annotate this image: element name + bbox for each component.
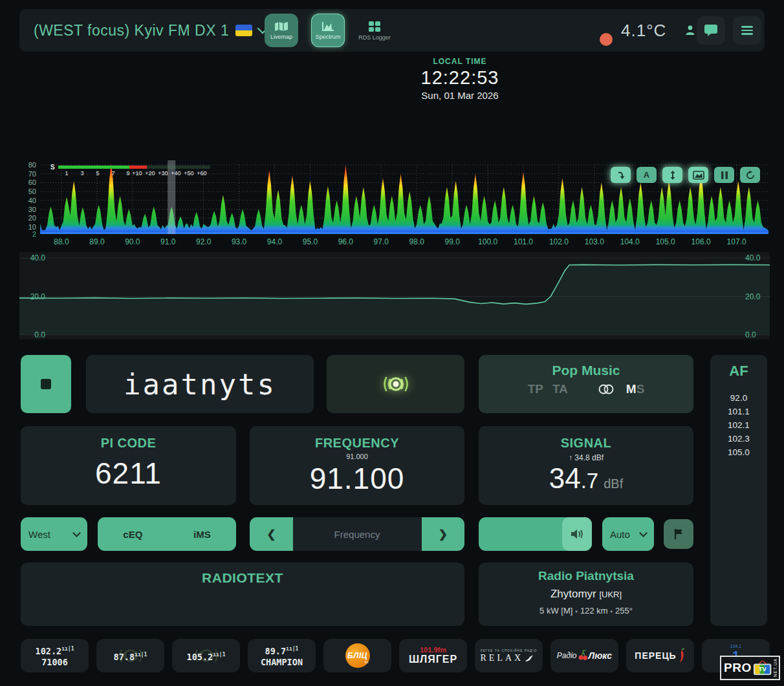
svg-text:103.0: 103.0 bbox=[585, 237, 604, 246]
local-time-label: LOCAL TIME bbox=[421, 57, 499, 66]
nav-spectrum-label: Spectrum bbox=[316, 34, 341, 40]
temperature: 4.1°C bbox=[621, 9, 666, 52]
spectrum-analyzer: 2102030405060708088.089.090.091.092.093.… bbox=[19, 160, 770, 251]
svg-text:30: 30 bbox=[28, 206, 36, 213]
svg-text:20: 20 bbox=[28, 214, 36, 222]
volume-knob[interactable] bbox=[562, 517, 592, 551]
ceq-button[interactable]: cEQ bbox=[123, 529, 142, 540]
preset-button-blits[interactable]: БЛІЦ fm bbox=[323, 639, 391, 672]
spectrum-refresh-button[interactable] bbox=[740, 167, 760, 183]
preset-button-relax[interactable]: ЛЕГКЕ ТА СПОКІЙНЕ РАДІО RELAX bbox=[475, 639, 543, 672]
antenna-select[interactable]: West bbox=[21, 517, 87, 551]
nav-spectrum-button[interactable]: Spectrum bbox=[311, 14, 345, 47]
antenna-select-value: West bbox=[28, 529, 50, 540]
preset-button-1[interactable]: 102.2ıı|1 71006 bbox=[21, 639, 89, 672]
perets-logo: ПЕРЕЦЬ bbox=[635, 648, 685, 663]
af-item[interactable]: 102.3 bbox=[710, 432, 767, 445]
af-item[interactable]: 101.1 bbox=[710, 405, 767, 418]
preset-button-perets[interactable]: ПЕРЕЦЬ bbox=[626, 639, 694, 672]
pause-icon bbox=[721, 171, 728, 180]
svg-text:91.0: 91.0 bbox=[160, 237, 176, 246]
pi-code-value: 6211 bbox=[21, 456, 236, 491]
spectrum-toolbar: A bbox=[611, 167, 760, 183]
s-meter-label: S bbox=[50, 164, 55, 171]
preset-button-2[interactable]: 87.8ıı|1 bbox=[96, 639, 164, 672]
stereo-indicator-panel[interactable] bbox=[327, 355, 464, 413]
nav-rds-logger-button[interactable]: RDS Logger bbox=[358, 14, 391, 47]
tune-up-button[interactable]: ❯ bbox=[422, 517, 465, 551]
s-meter-level bbox=[58, 166, 129, 169]
chat-bubble-icon bbox=[704, 24, 718, 37]
af-item[interactable]: 102.1 bbox=[710, 418, 767, 432]
flag-icon bbox=[673, 528, 684, 540]
spectrum-autoscale-button[interactable]: A bbox=[637, 167, 657, 183]
ta-flag: TA bbox=[552, 382, 568, 396]
ims-button[interactable]: iMS bbox=[193, 529, 211, 540]
af-item[interactable]: 92.0 bbox=[710, 391, 767, 405]
spectrum-pause-button[interactable] bbox=[714, 167, 734, 183]
s-meter-tick: +10 bbox=[132, 170, 142, 177]
svg-text:95.0: 95.0 bbox=[303, 237, 318, 246]
af-item[interactable]: 105.0 bbox=[710, 445, 767, 459]
preset-button-radio-lux[interactable]: Радіо Люкс bbox=[550, 639, 618, 672]
svg-text:97.0: 97.0 bbox=[374, 237, 389, 246]
radiotext-panel: RADIOTEXT bbox=[21, 563, 464, 626]
cherries-icon bbox=[578, 650, 588, 661]
spectrum-peak-hold-button[interactable] bbox=[611, 167, 631, 183]
menu-button[interactable] bbox=[733, 16, 761, 45]
s-meter-tick: 5 bbox=[96, 170, 99, 177]
letter-a-icon: A bbox=[644, 170, 649, 180]
spectrum-fit-vertical-button[interactable] bbox=[662, 167, 682, 183]
s-meter-tick: +60 bbox=[197, 170, 206, 177]
svg-text:92.0: 92.0 bbox=[196, 237, 212, 246]
station-name[interactable]: Radio Piatnytsia bbox=[479, 569, 693, 583]
scan-mode-select[interactable]: Auto bbox=[602, 517, 654, 551]
svg-text:20.0: 20.0 bbox=[745, 292, 761, 301]
volume-slider[interactable] bbox=[479, 517, 592, 551]
antenna-indicator: ıı|1 bbox=[135, 652, 147, 658]
svg-text:106.0: 106.0 bbox=[691, 237, 711, 246]
preset-button-3[interactable]: 105.2ıı|1 bbox=[172, 639, 240, 672]
svg-text:TV: TV bbox=[758, 666, 767, 672]
report-flag-button[interactable] bbox=[664, 519, 693, 549]
preset-button-4[interactable]: 89.7ıı|1 CHAMPION bbox=[248, 639, 316, 672]
hamburger-icon bbox=[741, 24, 753, 37]
svg-text:102.0: 102.0 bbox=[549, 237, 569, 246]
speaker-icon bbox=[571, 528, 583, 540]
svg-text:0.0: 0.0 bbox=[745, 330, 756, 339]
server-selector[interactable]: (WEST focus) Kyiv FM DX 1 bbox=[34, 9, 267, 52]
station-info-panel: Radio Piatnytsia Zhytomyr [UKR] 5 kW [M]… bbox=[479, 563, 693, 626]
local-time-block: LOCAL TIME 12:22:53 Sun, 01 Mar 2026 bbox=[421, 57, 499, 101]
svg-text:89.0: 89.0 bbox=[89, 237, 105, 246]
chat-button[interactable] bbox=[697, 16, 725, 45]
pepper-icon bbox=[678, 648, 686, 663]
signal-panel: SIGNAL ↑ 34.8 dBf 34.7dBf bbox=[479, 426, 693, 505]
svg-text:104.0: 104.0 bbox=[620, 237, 640, 246]
svg-text:20.0: 20.0 bbox=[30, 292, 46, 301]
frequency-input[interactable] bbox=[293, 517, 422, 551]
signal-header: SIGNAL bbox=[479, 436, 693, 451]
svg-text:0.0: 0.0 bbox=[34, 330, 45, 339]
bird-icon bbox=[525, 654, 534, 662]
preset-button-shlyager[interactable]: 101.9fm ШЛЯГЕР bbox=[399, 639, 467, 672]
spectrum-graph-style-button[interactable] bbox=[688, 167, 708, 183]
stereo-circles-icon bbox=[595, 383, 617, 396]
audio-stop-button[interactable] bbox=[21, 355, 71, 413]
svg-text:93.0: 93.0 bbox=[232, 237, 247, 246]
fmdx-webserver-app: (WEST focus) Kyiv FM DX 1 Livemap Spectr… bbox=[0, 0, 784, 686]
chevron-down-icon bbox=[639, 529, 648, 537]
s-meter-tick: 1 bbox=[65, 170, 68, 177]
station-country: [UKR] bbox=[599, 590, 622, 599]
station-location: Zhytomyr [UKR] bbox=[479, 588, 693, 601]
top-bar: (WEST focus) Kyiv FM DX 1 Livemap Spectr… bbox=[19, 9, 765, 52]
ms-flag: MS bbox=[626, 382, 645, 396]
frequency-header: FREQUENCY bbox=[250, 436, 464, 451]
frequency-value: 91.100 bbox=[250, 461, 464, 496]
signal-unit: dBf bbox=[604, 477, 623, 491]
svg-text:10: 10 bbox=[28, 223, 36, 231]
tune-down-button[interactable]: ❮ bbox=[250, 517, 293, 551]
arrow-down-hook-icon bbox=[616, 170, 626, 180]
nav-livemap-button[interactable]: Livemap bbox=[265, 14, 298, 47]
svg-text:80: 80 bbox=[28, 161, 36, 169]
protv-pro-text: PRO bbox=[724, 661, 752, 675]
